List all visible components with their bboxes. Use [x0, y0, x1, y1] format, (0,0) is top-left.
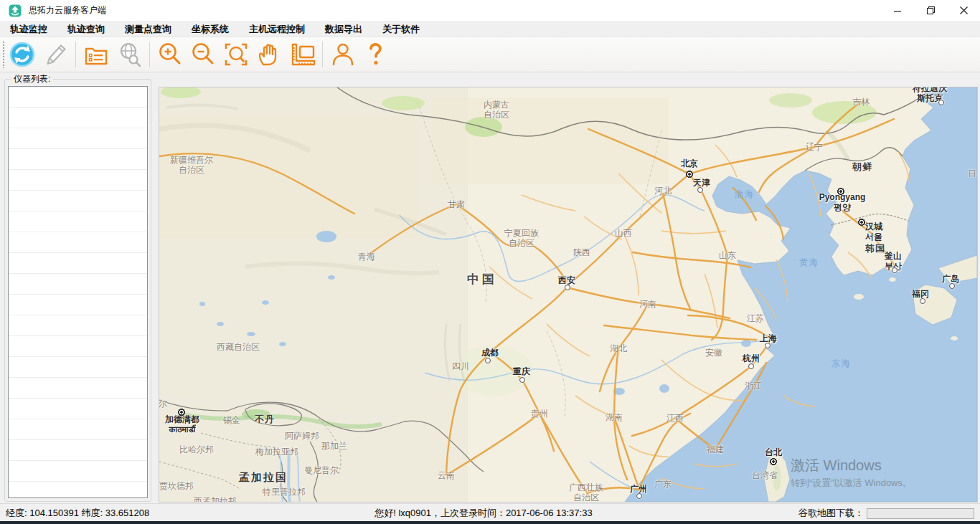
city-marker [765, 343, 771, 348]
map-label: 浙江 [745, 381, 762, 391]
city-marker [938, 100, 944, 105]
device-list-button[interactable] [80, 39, 113, 70]
zoom-extent-button[interactable] [220, 39, 253, 70]
map-label: 尔 [159, 399, 167, 409]
map-label: 特里普拉邦 [263, 487, 306, 497]
menu-item-7[interactable]: 关于软件 [372, 21, 430, 37]
map-label: 河南 [639, 299, 656, 309]
map-label: 广西壮族 自治区 [569, 482, 603, 502]
map-label: 新疆维吾尔 自治区 [170, 155, 213, 176]
zoom-out-button[interactable] [187, 39, 220, 70]
app-logo-icon [9, 4, 22, 17]
restore-button[interactable] [914, 0, 947, 21]
map-label: 福建 [707, 444, 724, 454]
map-label: 甘肃 [448, 199, 465, 209]
login-info: 您好! lxq0901，上次登录时间：2017-06-06 13:37:33 [374, 507, 592, 520]
map-label: 加德满都 काठमाडौं [165, 414, 199, 435]
map-label: 台北 [765, 447, 782, 457]
map-label: 西孟加拉邦 [194, 496, 237, 502]
map-label: 天津 [693, 178, 710, 188]
city-marker [636, 493, 642, 499]
minimize-icon [893, 6, 902, 15]
capital-marker [837, 188, 845, 196]
globe-search-button[interactable] [113, 39, 146, 70]
device-list-icon [82, 40, 110, 69]
map-canvas[interactable]: 吉林符拉迪沃 斯托克辽宁内蒙古 自治区新疆维吾尔 自治区甘肃宁夏回族 自治区青海… [159, 87, 977, 502]
refresh-icon [8, 40, 37, 69]
app-window: 思拓力云服务客户端 轨迹监控轨迹查询测量点查询坐标系统主机远程控制数据导出关于软… [0, 0, 980, 524]
map-label: 湖北 [610, 343, 627, 353]
map-label: 阿萨姆邦 [285, 431, 319, 441]
capital-marker [686, 171, 694, 178]
instrument-list[interactable] [8, 86, 148, 498]
map-label: 青海 [358, 252, 375, 262]
capital-marker [770, 458, 778, 466]
map-label: 孟加拉国 [239, 471, 288, 484]
help-button[interactable] [359, 39, 392, 70]
toolbar-separator [322, 42, 323, 67]
map-label: 北京 [681, 158, 698, 168]
map-label: 山西 [615, 228, 632, 238]
map-label: 曼尼普尔 [304, 465, 339, 475]
zoom-out-icon [189, 40, 217, 69]
map-label: 云南 [438, 470, 455, 480]
measure-icon [288, 40, 316, 69]
menu-item-6[interactable]: 数据导出 [315, 21, 372, 37]
instrument-groupbox: 仪器列表: [4, 79, 151, 502]
map-label: 日 [968, 168, 976, 178]
map-label: 内蒙古 自治区 [484, 100, 509, 120]
map-label: 安徽 [705, 348, 722, 358]
toolbar [0, 37, 980, 72]
edit-button[interactable] [39, 39, 72, 70]
map-label: 陕西 [573, 247, 590, 257]
coordinates-readout: 经度: 104.150391 纬度: 33.651208 [6, 507, 149, 520]
window-bottom-edge [0, 521, 980, 524]
menu-item-2[interactable]: 轨迹查询 [57, 21, 115, 37]
city-marker [485, 358, 491, 363]
map-label: 朝鲜 [852, 161, 872, 173]
city-marker [565, 285, 570, 290]
map-download-label: 谷歌地图下载： [798, 507, 864, 520]
zoom-in-button[interactable] [154, 39, 187, 70]
map-label: 汉城 서울 [865, 221, 882, 242]
zoom-extent-icon [222, 40, 250, 69]
map-label: 上海 [760, 333, 777, 343]
map-label: 台湾省 [752, 470, 778, 480]
pan-hand-icon [255, 40, 283, 69]
map-label: 黄海 [799, 257, 819, 267]
titlebar: 思拓力云服务客户端 [0, 0, 980, 21]
capital-marker [858, 219, 866, 227]
measure-button[interactable] [286, 39, 319, 70]
menu-item-3[interactable]: 测量点查询 [115, 21, 182, 37]
city-marker [949, 283, 955, 289]
map-label: 四川 [452, 361, 469, 371]
map-label: 湖南 [606, 412, 623, 422]
map-label: 锡金 [223, 415, 240, 425]
toolbar-separator [75, 42, 76, 67]
map-label: 比哈尔邦 [179, 444, 214, 454]
refresh-button[interactable] [6, 39, 39, 70]
map-label: 山东 [719, 250, 736, 260]
user-button[interactable] [326, 39, 359, 70]
minimize-button[interactable] [881, 0, 914, 21]
menubar: 轨迹监控轨迹查询测量点查询坐标系统主机远程控制数据导出关于软件 [0, 21, 980, 37]
capital-marker [178, 409, 186, 416]
menu-item-4[interactable]: 坐标系统 [182, 21, 239, 37]
map-label: 广岛 [942, 274, 959, 284]
map-label: 渤海 [735, 189, 755, 199]
map-label: 不丹 [255, 414, 275, 425]
menu-item-5[interactable]: 主机远程控制 [239, 21, 315, 37]
map-label: 河北 [654, 186, 672, 196]
map-label: 梅加拉亚邦 [255, 447, 298, 457]
close-button[interactable] [947, 0, 980, 21]
zoom-in-icon [156, 40, 184, 69]
help-icon [362, 40, 390, 69]
map-label: 韩国 [865, 243, 885, 254]
restore-icon [926, 6, 936, 15]
toolbar-separator [149, 42, 150, 67]
pan-button[interactable] [253, 39, 286, 70]
map-label: 成都 [481, 348, 499, 358]
map-label: 宁夏回族 自治区 [504, 228, 539, 249]
user-icon [329, 40, 357, 69]
menu-item-1[interactable]: 轨迹监控 [0, 21, 57, 37]
